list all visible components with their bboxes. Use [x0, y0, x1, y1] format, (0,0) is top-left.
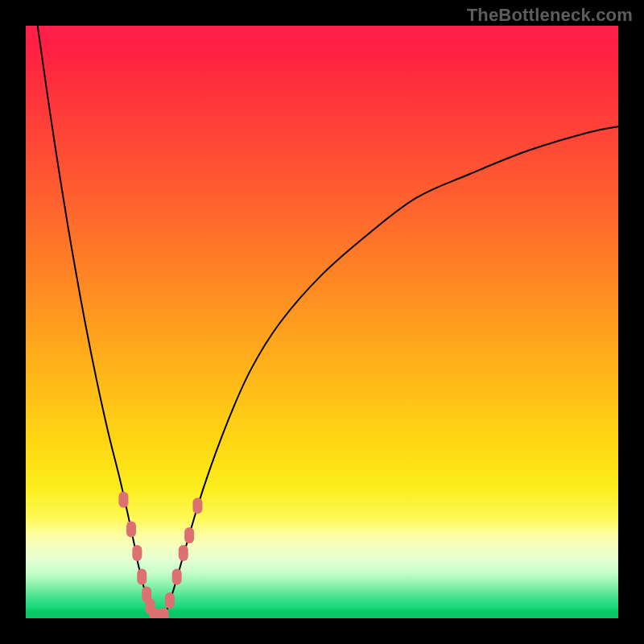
data-marker	[159, 608, 168, 618]
data-marker	[192, 497, 202, 514]
curve-left-branch	[38, 26, 155, 618]
curve-layer	[26, 26, 618, 618]
data-marker	[172, 568, 182, 584]
data-marker	[165, 592, 175, 609]
data-marker	[126, 522, 136, 538]
data-marker	[179, 545, 188, 561]
chart-frame: TheBottleneck.com	[0, 0, 644, 644]
data-marker	[184, 527, 194, 543]
plot-area	[26, 26, 618, 618]
curve-markers	[118, 492, 202, 618]
watermark-text: TheBottleneck.com	[467, 5, 633, 26]
data-marker	[132, 545, 142, 561]
curve-right-branch	[163, 126, 618, 618]
data-marker	[118, 492, 128, 508]
data-marker	[137, 568, 147, 584]
